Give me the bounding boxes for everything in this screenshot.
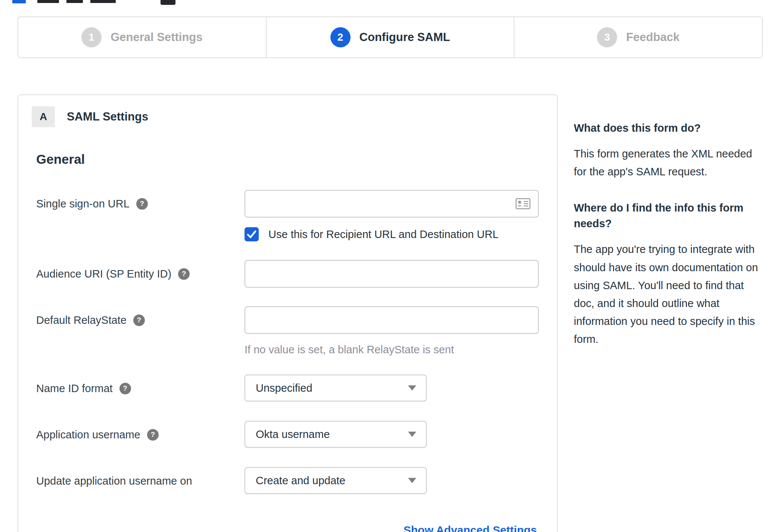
form-row-update-username-on: Update application username on Create an…: [36, 467, 539, 495]
cropped-title-fragment: [37, 0, 59, 3]
update-username-on-label: Update application username on: [36, 467, 245, 495]
recipient-url-checkbox[interactable]: [245, 227, 259, 241]
saml-settings-panel: A SAML Settings General Single sign-on U…: [18, 94, 558, 532]
application-username-select[interactable]: Okta username: [245, 421, 427, 448]
application-username-value: Okta username: [256, 428, 330, 441]
help-icon[interactable]: ?: [178, 268, 190, 280]
panel-title: SAML Settings: [67, 110, 148, 123]
sso-url-input[interactable]: [245, 190, 539, 218]
step-general-settings[interactable]: 1 General Settings: [18, 17, 267, 57]
sso-url-label: Single sign-on URL ?: [36, 190, 245, 218]
chevron-down-icon: [408, 385, 416, 391]
cropped-title-fragment: [90, 0, 116, 3]
general-section-heading: General: [36, 152, 539, 167]
wizard-stepper: 1 General Settings 2 Configure SAML 3 Fe…: [18, 16, 763, 58]
update-username-on-value: Create and update: [256, 475, 345, 487]
cropped-title-fragment: [66, 0, 83, 3]
cropped-title-fragment: [12, 0, 26, 3]
name-id-format-value: Unspecified: [256, 382, 312, 394]
section-a-badge: A: [32, 106, 55, 127]
audience-uri-label: Audience URI (SP Entity ID) ?: [36, 260, 245, 288]
contact-card-icon: [516, 198, 530, 211]
update-username-on-select[interactable]: Create and update: [245, 467, 427, 494]
panel-header: A SAML Settings: [32, 106, 539, 127]
step-label: General Settings: [111, 31, 202, 44]
help-answer-1: This form generates the XML needed for t…: [574, 145, 765, 181]
relay-state-hint: If no value is set, a blank RelayState i…: [245, 344, 539, 356]
recipient-url-checkbox-row: Use this for Recipient URL and Destinati…: [245, 227, 539, 241]
help-sidebar: What does this form do? This form genera…: [574, 120, 765, 367]
form-row-sso-url: Single sign-on URL ?: [36, 190, 539, 241]
help-question-2: Where do I find the info this form needs…: [574, 200, 765, 231]
advanced-settings-row: Show Advanced Settings: [36, 524, 539, 532]
chevron-down-icon: [408, 478, 416, 483]
help-icon[interactable]: ?: [119, 383, 131, 394]
step-label: Feedback: [626, 31, 679, 44]
help-answer-2: The app you're trying to integrate with …: [574, 240, 765, 348]
help-icon[interactable]: ?: [147, 429, 159, 441]
name-id-format-label: Name ID format ?: [36, 375, 245, 402]
relay-state-label: Default RelayState ?: [36, 306, 245, 334]
audience-uri-input[interactable]: [245, 260, 539, 288]
step-number-badge: 2: [330, 27, 351, 47]
cropped-title-icon-fragment: [161, 0, 175, 5]
form-row-name-id-format: Name ID format ? Unspecified: [36, 375, 539, 402]
relay-state-input[interactable]: [245, 306, 539, 334]
form-row-relay-state: Default RelayState ? If no value is set,…: [36, 306, 539, 356]
form-row-audience-uri: Audience URI (SP Entity ID) ?: [36, 260, 539, 288]
recipient-url-checkbox-label[interactable]: Use this for Recipient URL and Destinati…: [268, 228, 498, 241]
help-icon[interactable]: ?: [136, 198, 148, 210]
name-id-format-select[interactable]: Unspecified: [245, 375, 427, 401]
step-number-badge: 1: [81, 27, 102, 47]
step-feedback[interactable]: 3 Feedback: [514, 17, 762, 57]
help-question-1: What does this form do?: [574, 120, 765, 136]
chevron-down-icon: [408, 432, 416, 437]
step-label: Configure SAML: [360, 31, 450, 44]
step-number-badge: 3: [597, 27, 617, 47]
form-row-application-username: Application username ? Okta username: [36, 421, 539, 448]
step-configure-saml[interactable]: 2 Configure SAML: [267, 17, 515, 57]
show-advanced-settings-link[interactable]: Show Advanced Settings: [404, 524, 537, 532]
application-username-label: Application username ?: [36, 421, 245, 448]
help-icon[interactable]: ?: [133, 314, 145, 326]
